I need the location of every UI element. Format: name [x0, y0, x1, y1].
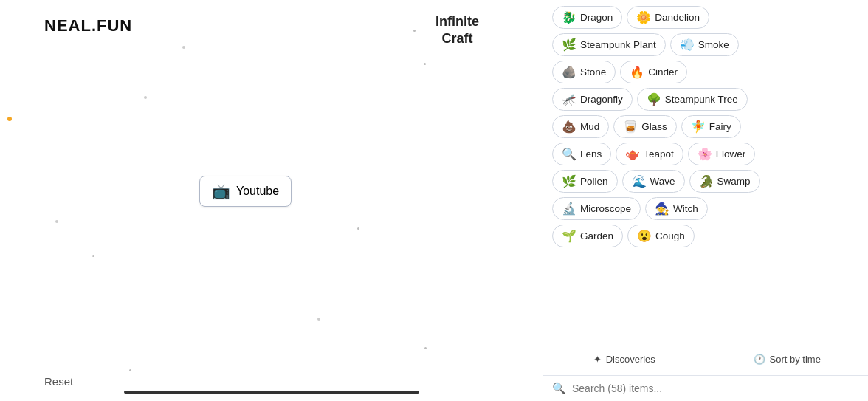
item-emoji: 🌱: [562, 229, 576, 243]
dot: [413, 30, 416, 32]
item-emoji: 💨: [680, 38, 695, 52]
item-badge[interactable]: 🧙Witch: [645, 197, 708, 220]
item-row: 🪨Stone🔥Cinder: [552, 61, 859, 83]
item-emoji: 🐉: [562, 10, 576, 24]
item-label: Lens: [580, 148, 602, 160]
dot: [92, 255, 94, 257]
item-badge[interactable]: 🥃Glass: [613, 115, 677, 138]
item-badge[interactable]: 🔥Cinder: [620, 61, 687, 83]
item-badge[interactable]: 🦟Dragonfly: [552, 88, 633, 111]
item-row: 💩Mud🥃Glass🧚Fairy: [552, 115, 859, 138]
item-emoji: 🔥: [630, 65, 644, 79]
item-label: Dragonfly: [580, 94, 623, 105]
item-badge[interactable]: 🪨Stone: [552, 61, 616, 83]
sort-icon: 🕐: [754, 354, 765, 365]
sort-by-time-tab[interactable]: 🕐 Sort by time: [706, 343, 869, 375]
youtube-emoji: 📺: [212, 182, 230, 200]
bottom-bar: [124, 391, 419, 394]
item-badge[interactable]: 🌸Flower: [688, 143, 756, 165]
item-emoji: 😮: [637, 229, 652, 243]
item-label: Smoke: [698, 39, 729, 50]
item-label: Glass: [641, 121, 667, 132]
item-row: 🌿Pollen🌊Wave🐊Swamp: [552, 170, 859, 193]
item-badge[interactable]: 🌱Garden: [552, 225, 623, 247]
item-badge[interactable]: 🫖Teapot: [616, 143, 683, 165]
discoveries-icon: ✦: [593, 354, 602, 365]
craft-canvas[interactable]: NEAL.FUN Infinite Craft 📺 Youtube Reset: [0, 0, 542, 401]
item-emoji: 🐊: [699, 174, 714, 188]
bottom-tabs: ✦ Discoveries 🕐 Sort by time: [543, 343, 868, 375]
item-row: 🌿Steampunk Plant💨Smoke: [552, 33, 859, 56]
item-label: Cinder: [648, 66, 678, 78]
craft-title: Infinite Craft: [435, 13, 479, 48]
item-label: Teapot: [644, 148, 674, 160]
item-badge[interactable]: 🌼Dandelion: [627, 6, 709, 29]
item-badge[interactable]: 🌊Wave: [622, 170, 685, 193]
search-bar: 🔍: [543, 375, 868, 401]
item-emoji: 💩: [562, 120, 576, 134]
item-emoji: 🌿: [562, 38, 576, 52]
item-emoji: 🔬: [562, 202, 576, 216]
dot: [424, 347, 427, 349]
item-badge[interactable]: 💨Smoke: [670, 33, 739, 56]
dot: [424, 63, 426, 65]
item-row: 🐉Dragon🌼Dandelion: [552, 6, 859, 29]
dot: [7, 117, 12, 121]
item-emoji: 🧙: [655, 202, 669, 216]
dot: [317, 318, 320, 321]
item-badge[interactable]: 😮Cough: [627, 225, 695, 247]
item-badge[interactable]: 🌳Steampunk Tree: [637, 88, 748, 111]
discoveries-label: Discoveries: [606, 354, 655, 365]
item-badge[interactable]: 🔍Lens: [552, 143, 611, 165]
item-label: Steampunk Plant: [580, 39, 656, 50]
item-label: Fairy: [709, 121, 731, 132]
item-row: 🔬Microscope🧙Witch: [552, 197, 859, 220]
item-label: Witch: [673, 203, 698, 214]
reset-button[interactable]: Reset: [44, 375, 73, 388]
dot: [55, 220, 58, 223]
site-logo: NEAL.FUN: [44, 16, 132, 35]
item-emoji: 🦟: [562, 92, 576, 106]
item-emoji: 🫖: [625, 147, 640, 161]
item-label: Pollen: [580, 176, 608, 187]
dot: [129, 369, 131, 371]
item-emoji: 🧚: [691, 120, 706, 134]
item-badge[interactable]: 🌿Steampunk Plant: [552, 33, 666, 56]
item-badge[interactable]: 🧚Fairy: [681, 115, 741, 138]
item-emoji: 🌊: [632, 174, 647, 188]
item-badge[interactable]: 💩Mud: [552, 115, 609, 138]
item-badge[interactable]: 🌿Pollen: [552, 170, 618, 193]
items-container[interactable]: 🐉Dragon🌼Dandelion🌿Steampunk Plant💨Smoke🪨…: [543, 0, 868, 343]
item-badge[interactable]: 🔬Microscope: [552, 197, 641, 220]
sort-label: Sort by time: [770, 354, 821, 365]
item-emoji: 🌼: [636, 10, 651, 24]
item-emoji: 🥃: [623, 120, 638, 134]
right-panel: 🐉Dragon🌼Dandelion🌿Steampunk Plant💨Smoke🪨…: [542, 0, 868, 401]
item-label: Garden: [580, 230, 613, 241]
dot: [182, 46, 185, 49]
discoveries-tab[interactable]: ✦ Discoveries: [543, 343, 706, 375]
item-label: Dandelion: [655, 12, 700, 23]
item-emoji: 🌿: [562, 174, 576, 188]
item-emoji: 🔍: [562, 147, 576, 161]
item-label: Stone: [580, 66, 606, 78]
item-row: 🌱Garden😮Cough: [552, 225, 859, 247]
youtube-element[interactable]: 📺 Youtube: [199, 176, 292, 207]
item-label: Steampunk Tree: [665, 94, 738, 105]
dot: [144, 96, 147, 99]
item-label: Dragon: [580, 12, 613, 23]
dot: [357, 227, 359, 230]
search-icon: 🔍: [552, 382, 566, 395]
item-row: 🦟Dragonfly🌳Steampunk Tree: [552, 88, 859, 111]
item-emoji: 🪨: [562, 65, 576, 79]
item-row: 🔍Lens🫖Teapot🌸Flower: [552, 143, 859, 165]
item-emoji: 🌸: [698, 147, 712, 161]
item-emoji: 🌳: [647, 92, 661, 106]
item-label: Cough: [655, 230, 685, 241]
item-badge[interactable]: 🐉Dragon: [552, 6, 622, 29]
search-input[interactable]: [572, 383, 859, 394]
item-badge[interactable]: 🐊Swamp: [689, 170, 760, 193]
item-label: Wave: [650, 176, 675, 187]
youtube-label: Youtube: [236, 185, 279, 198]
item-label: Flower: [716, 148, 746, 160]
